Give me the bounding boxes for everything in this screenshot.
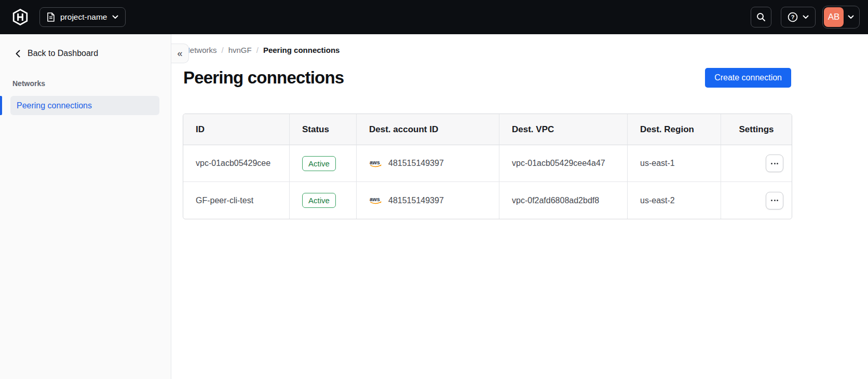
search-button[interactable]: [751, 7, 771, 27]
column-header-vpc: Dest. VPC: [499, 114, 627, 145]
page-header: Peering connections Create connection: [183, 68, 791, 88]
avatar: AB: [824, 7, 844, 27]
create-connection-button[interactable]: Create connection: [705, 68, 791, 88]
column-header-settings: Settings: [721, 114, 792, 145]
breadcrumb-current: Peering connections: [263, 46, 340, 54]
project-switcher-label: project-name: [60, 12, 107, 22]
page-title: Peering connections: [183, 68, 344, 88]
peering-connections-table: ID Status Dest. account ID Dest. VPC Des…: [183, 114, 792, 219]
table-row: vpc-01acb05429cee Active aws: [183, 145, 792, 182]
aws-icon: aws: [369, 159, 383, 168]
cell-status: Active: [289, 182, 356, 219]
cell-id: GF-peer-cli-test: [183, 182, 289, 219]
cell-vpc: vpc-0f2afd6808ad2bdf8: [499, 182, 627, 219]
sidebar: Back to Dashboard Networks Peering conne…: [0, 34, 171, 379]
sidebar-collapse-button[interactable]: «: [171, 44, 189, 63]
account-id-text: 481515149397: [388, 159, 444, 168]
cell-status: Active: [289, 145, 356, 182]
back-to-dashboard-link[interactable]: Back to Dashboard: [16, 49, 98, 58]
chevron-down-icon: [112, 15, 118, 19]
chevron-left-icon: [16, 50, 20, 58]
table-row: GF-peer-cli-test Active aws: [183, 182, 792, 219]
svg-text:aws: aws: [370, 159, 380, 165]
help-circle-icon: ?: [788, 12, 798, 22]
table-header-row: ID Status Dest. account ID Dest. VPC Des…: [183, 114, 792, 145]
column-header-status: Status: [289, 114, 356, 145]
column-header-region: Dest. Region: [627, 114, 721, 145]
cell-vpc: vpc-01acb05429cee4a47: [499, 145, 627, 182]
main-content: Networks / hvnGF / Peering connections P…: [172, 34, 868, 379]
cell-region: us-east-2: [627, 182, 721, 219]
cell-settings: [721, 182, 792, 219]
breadcrumb-hvn[interactable]: hvnGF: [228, 46, 252, 54]
hashicorp-logo-icon[interactable]: [12, 9, 28, 25]
row-actions-button[interactable]: [766, 192, 783, 209]
peering-connections-table-wrap: ID Status Dest. account ID Dest. VPC Des…: [183, 114, 791, 219]
chevron-down-icon: [848, 15, 854, 19]
active-item-indicator: [0, 96, 2, 115]
svg-text:aws: aws: [370, 196, 380, 202]
chevron-down-icon: [803, 15, 809, 19]
status-badge: Active: [302, 156, 336, 171]
collapse-chevrons-icon: «: [177, 48, 182, 59]
column-header-account: Dest. account ID: [356, 114, 499, 145]
aws-icon: aws: [369, 196, 383, 205]
cell-account: aws 481515149397: [356, 182, 499, 219]
cell-account: aws 481515149397: [356, 145, 499, 182]
search-icon: [756, 12, 766, 22]
back-to-dashboard-label: Back to Dashboard: [28, 49, 98, 58]
project-switcher[interactable]: project-name: [39, 7, 126, 27]
sidebar-item-label: Peering connections: [17, 101, 92, 110]
help-menu-button[interactable]: ?: [781, 7, 816, 27]
document-icon: [47, 12, 55, 22]
svg-text:?: ?: [791, 14, 795, 20]
breadcrumb-networks[interactable]: Networks: [184, 46, 217, 54]
column-header-id: ID: [183, 114, 289, 145]
cell-settings: [721, 145, 792, 182]
breadcrumb: Networks / hvnGF / Peering connections: [184, 46, 868, 54]
ellipsis-icon: [771, 163, 772, 164]
row-actions-button[interactable]: [766, 155, 783, 172]
account-id-text: 481515149397: [388, 196, 444, 205]
sidebar-item-peering-connections[interactable]: Peering connections: [10, 96, 159, 115]
status-badge: Active: [302, 193, 336, 208]
ellipsis-icon: [771, 200, 772, 201]
cell-region: us-east-1: [627, 145, 721, 182]
breadcrumb-separator: /: [256, 46, 259, 54]
top-bar: project-name ? AB: [0, 0, 868, 34]
cell-id: vpc-01acb05429cee: [183, 145, 289, 182]
user-menu-button[interactable]: AB: [822, 6, 860, 29]
breadcrumb-separator: /: [222, 46, 224, 54]
sidebar-section-networks: Networks: [12, 79, 171, 88]
